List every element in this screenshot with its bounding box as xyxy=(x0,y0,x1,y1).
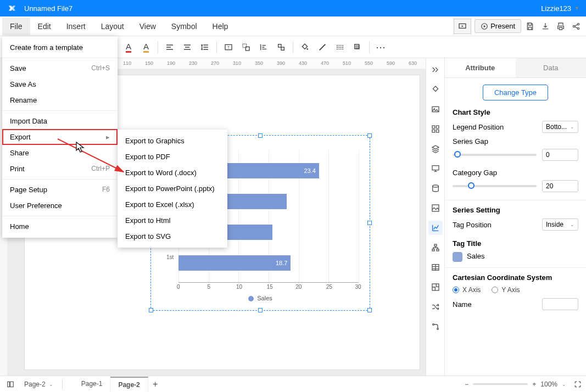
more-button[interactable]: ⋯ xyxy=(373,39,389,55)
print-icon-button[interactable] xyxy=(553,19,568,34)
zoom-slider[interactable] xyxy=(473,383,528,385)
text-box-button[interactable]: T xyxy=(220,39,237,55)
series-color-swatch[interactable] xyxy=(453,252,462,262)
menu-item-save-as[interactable]: Save As xyxy=(2,76,118,92)
menu-symbol[interactable]: Symbol xyxy=(164,18,205,35)
presentation-tool-icon[interactable] xyxy=(428,161,443,176)
shadow-button[interactable] xyxy=(349,39,366,55)
tag-position-select[interactable]: Inside⌄ xyxy=(542,219,578,231)
axis-name-input[interactable] xyxy=(542,298,578,310)
present-button[interactable]: Present xyxy=(475,19,521,33)
coordinate-system-heading: Cartesian Coordinate System xyxy=(453,273,578,282)
resize-handle[interactable] xyxy=(367,308,372,312)
hierarchy-tool-icon[interactable] xyxy=(428,240,443,255)
zoom-out-button[interactable]: − xyxy=(465,380,468,388)
submenu-export-graphics[interactable]: Export to Graphics xyxy=(118,133,227,149)
shuffle-tool-icon[interactable] xyxy=(428,300,443,314)
tag-position-label: Tag Position xyxy=(453,221,492,229)
table-tool-icon[interactable] xyxy=(428,260,443,275)
page-tab[interactable]: Page-1 xyxy=(74,377,111,392)
fullscreen-icon[interactable] xyxy=(574,380,582,388)
grid-tool-icon[interactable] xyxy=(428,122,443,136)
svg-point-29 xyxy=(437,328,438,330)
svg-point-11 xyxy=(306,48,308,50)
category-gap-label: Category Gap xyxy=(453,169,578,177)
menu-view[interactable]: View xyxy=(132,18,164,35)
submenu-export-excel[interactable]: Export to Excel (.xlsx) xyxy=(118,197,227,212)
submenu-export-pdf[interactable]: Export to PDF xyxy=(118,149,227,165)
menu-edit[interactable]: Edit xyxy=(30,18,59,35)
menu-item-share[interactable]: Share xyxy=(2,145,118,161)
align-vertical-button[interactable] xyxy=(179,39,196,55)
add-page-button[interactable]: + xyxy=(148,377,163,392)
highlight-button[interactable]: A xyxy=(138,39,154,55)
series-gap-slider[interactable] xyxy=(453,154,537,156)
layers-tool-icon[interactable] xyxy=(428,142,443,156)
font-color-button[interactable]: A xyxy=(120,39,137,55)
page-tab[interactable]: Page-2 xyxy=(110,377,148,392)
category-gap-input[interactable]: 20 xyxy=(542,180,578,192)
connector-tool-icon[interactable] xyxy=(428,320,443,334)
menu-insert[interactable]: Insert xyxy=(59,18,93,35)
tab-data[interactable]: Data xyxy=(516,58,587,77)
menu-file[interactable]: File xyxy=(2,18,30,35)
menu-item-page-setup[interactable]: Page SetupF6 xyxy=(2,182,118,198)
submenu-export-svg[interactable]: Export to SVG xyxy=(118,228,227,244)
menu-item-user-preference[interactable]: User Preference xyxy=(2,198,118,214)
resize-handle[interactable] xyxy=(367,133,372,138)
tab-attribute[interactable]: Attribute xyxy=(445,58,516,77)
user-menu[interactable]: Lizzie123 ▼ xyxy=(534,4,586,13)
menu-bar: File Edit Insert Layout View Symbol Help… xyxy=(0,16,586,36)
change-type-button[interactable]: Change Type xyxy=(483,85,548,100)
shape-edit-button[interactable] xyxy=(238,39,254,55)
menu-item-print[interactable]: PrintCtrl+P xyxy=(2,161,118,177)
line-spacing-button[interactable] xyxy=(197,39,213,55)
svg-rect-18 xyxy=(432,130,435,132)
resize-handle[interactable] xyxy=(149,308,153,312)
ruler-tick: 350 xyxy=(255,60,263,66)
collapse-panel-icon[interactable] xyxy=(428,63,443,77)
menu-help[interactable]: Help xyxy=(205,18,236,35)
resize-handle[interactable] xyxy=(258,133,263,138)
menu-item-export[interactable]: Export▸ xyxy=(2,129,118,145)
image-tool-icon[interactable] xyxy=(428,102,443,116)
page-selector-dropdown[interactable]: Page-2⌄ xyxy=(20,379,58,389)
line-style-button[interactable] xyxy=(332,39,348,55)
slideshow-icon-button[interactable] xyxy=(454,19,471,34)
submenu-export-powerpoint[interactable]: Export to PowerPoint (.pptx) xyxy=(118,181,227,197)
zoom-in-button[interactable]: + xyxy=(532,380,536,388)
align-left-button[interactable] xyxy=(161,39,178,55)
align-objects-button[interactable] xyxy=(255,39,272,55)
zoom-value: 100% xyxy=(540,380,557,388)
menu-item-import-data[interactable]: Import Data xyxy=(2,113,118,129)
group-button[interactable] xyxy=(273,39,289,55)
menu-layout[interactable]: Layout xyxy=(93,18,132,35)
y-axis-radio[interactable]: Y Axis xyxy=(492,286,520,294)
menu-item-save[interactable]: SaveCtrl+S xyxy=(2,60,118,76)
chart-tool-icon[interactable] xyxy=(428,221,443,235)
line-color-button[interactable] xyxy=(314,39,331,55)
share-icon-button[interactable] xyxy=(568,19,584,34)
resize-handle[interactable] xyxy=(258,308,263,312)
resize-handle[interactable] xyxy=(367,221,372,225)
export-submenu: Export to Graphics Export to PDF Export … xyxy=(118,130,227,248)
chart-x-tick: 0 xyxy=(177,284,180,290)
category-gap-slider[interactable] xyxy=(453,185,537,187)
data-tool-icon[interactable] xyxy=(428,181,443,195)
fill-color-button[interactable] xyxy=(297,39,313,55)
download-icon-button[interactable] xyxy=(538,19,553,34)
menu-item-create-template[interactable]: Create from a template xyxy=(2,40,118,55)
zoom-dropdown-icon[interactable]: ⌄ xyxy=(562,382,566,387)
save-icon-button[interactable] xyxy=(522,19,538,34)
fill-tool-icon[interactable] xyxy=(428,82,443,97)
menu-item-home[interactable]: Home xyxy=(2,219,118,234)
outline-view-icon[interactable] xyxy=(4,378,16,390)
picture-tool-icon[interactable] xyxy=(428,201,443,215)
floorplan-tool-icon[interactable] xyxy=(428,280,443,294)
legend-position-select[interactable]: Botto...⌄ xyxy=(542,121,578,133)
series-gap-input[interactable]: 0 xyxy=(542,149,578,161)
submenu-export-html[interactable]: Export to Html xyxy=(118,212,227,228)
x-axis-radio[interactable]: X Axis xyxy=(453,286,481,294)
submenu-export-word[interactable]: Export to Word (.docx) xyxy=(118,165,227,181)
menu-item-rename[interactable]: Rename xyxy=(2,92,118,108)
